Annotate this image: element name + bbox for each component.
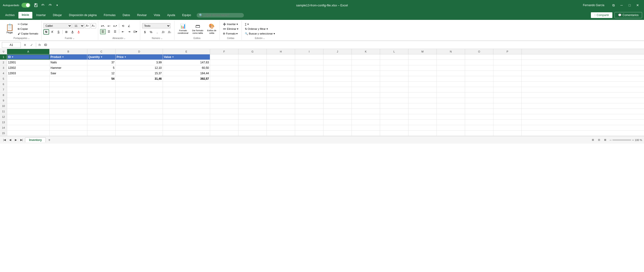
cell-j13[interactable] xyxy=(324,120,352,125)
cell-e12[interactable] xyxy=(163,114,210,119)
cell-l9[interactable] xyxy=(380,98,408,103)
cell-f4[interactable] xyxy=(210,71,238,76)
cell-h3[interactable] xyxy=(267,65,295,70)
cell-n4[interactable] xyxy=(437,71,465,76)
cell-p7[interactable] xyxy=(494,87,522,92)
cell-b9[interactable] xyxy=(50,98,87,103)
cell-e15[interactable] xyxy=(163,130,210,136)
cell-o4[interactable] xyxy=(465,71,494,76)
sheet-tab-inventory[interactable]: Inventory xyxy=(25,138,46,142)
cell-b6[interactable] xyxy=(50,82,87,87)
italic-btn[interactable]: K xyxy=(50,29,55,35)
cell-b12[interactable] xyxy=(50,114,87,119)
row-num-12[interactable]: 12 xyxy=(0,114,7,119)
tab-ayuda[interactable]: Ayuda xyxy=(164,12,178,18)
cell-o8[interactable] xyxy=(465,92,494,98)
redo-icon[interactable] xyxy=(47,2,53,8)
col-header-h[interactable]: H xyxy=(267,49,295,54)
row-num-2[interactable]: 2 xyxy=(0,60,7,65)
cell-l15[interactable] xyxy=(380,130,408,136)
cell-c2[interactable]: 37 xyxy=(87,60,116,65)
cell-j7[interactable] xyxy=(324,87,352,92)
col-header-k[interactable]: K xyxy=(352,49,380,54)
tab-dibujar[interactable]: Dibujar xyxy=(50,12,65,18)
cell-a14[interactable] xyxy=(7,125,50,130)
cell-c8[interactable] xyxy=(87,92,116,98)
normal-view-btn[interactable]: ⊞ xyxy=(590,138,596,143)
tab-inicio[interactable]: Inicio xyxy=(18,12,32,19)
cell-p3[interactable] xyxy=(494,65,522,70)
cell-h8[interactable] xyxy=(267,92,295,98)
col-header-m[interactable]: M xyxy=(408,49,437,54)
increase-font-btn[interactable]: A↑ xyxy=(85,23,90,28)
ribbon-search[interactable] xyxy=(204,14,242,17)
cell-l11[interactable] xyxy=(380,109,408,114)
cell-b7[interactable] xyxy=(50,87,87,92)
cell-o12[interactable] xyxy=(465,114,494,119)
confirm-formula-btn[interactable]: ✓ xyxy=(29,42,34,48)
cell-c10[interactable] xyxy=(87,103,116,108)
col-header-b[interactable]: B xyxy=(50,49,87,54)
cell-m4[interactable] xyxy=(408,71,437,76)
cell-a4[interactable]: 12003 xyxy=(7,71,50,76)
cell-i12[interactable] xyxy=(295,114,324,119)
cell-e3[interactable]: 60,50 xyxy=(163,65,210,70)
sheet-last-btn[interactable]: ▶| xyxy=(19,138,24,143)
cell-j6[interactable] xyxy=(324,82,352,87)
wrap-text-btn[interactable]: ⟲ xyxy=(120,23,126,29)
cell-c5[interactable]: 54 xyxy=(87,76,116,81)
customize-icon[interactable]: ▾ xyxy=(54,2,60,8)
cell-d15[interactable] xyxy=(116,130,163,136)
cell-l6[interactable] xyxy=(380,82,408,87)
cell-k2[interactable] xyxy=(352,60,380,65)
cell-d4[interactable]: 15,37 xyxy=(116,71,163,76)
cell-a11[interactable] xyxy=(7,109,50,114)
cell-b13[interactable] xyxy=(50,120,87,125)
cell-j15[interactable] xyxy=(324,130,352,136)
eliminar-celdas-btn[interactable]: ➖ Eliminar ▾ xyxy=(222,27,240,31)
cell-g6[interactable] xyxy=(238,82,267,87)
cell-h13[interactable] xyxy=(267,120,295,125)
alineacion-expand-icon[interactable]: ⌄ xyxy=(124,37,126,40)
zoom-out-btn[interactable]: ─ xyxy=(610,139,612,142)
row-num-1[interactable]: 1 xyxy=(0,54,7,60)
cell-f12[interactable] xyxy=(210,114,238,119)
cell-i8[interactable] xyxy=(295,92,324,98)
cell-e6[interactable] xyxy=(163,82,210,87)
portapapeles-expand-icon[interactable]: ⌄ xyxy=(28,37,30,40)
cell-c3[interactable]: 5 xyxy=(87,65,116,70)
copiar-formato-btn[interactable]: 🖌 Copiar formato xyxy=(16,32,40,36)
cell-i5[interactable] xyxy=(295,76,324,81)
bold-btn[interactable]: N xyxy=(44,29,49,35)
row-num-14[interactable]: 14 xyxy=(0,125,7,130)
cell-a15[interactable] xyxy=(7,130,50,136)
cell-d3[interactable]: 12,10 xyxy=(116,65,163,70)
cell-d14[interactable] xyxy=(116,125,163,130)
tab-archivo[interactable]: Archivo xyxy=(2,12,18,18)
cell-m1[interactable] xyxy=(408,54,437,60)
cell-e5[interactable]: 392,57 xyxy=(163,76,210,81)
cell-n5[interactable] xyxy=(437,76,465,81)
tab-vista[interactable]: Vista xyxy=(150,12,163,18)
tab-disposicion[interactable]: Disposición de página xyxy=(66,12,100,18)
cell-h15[interactable] xyxy=(267,130,295,136)
ordenar-filtrar-btn[interactable]: ⇅ Ordenar y filtrar ▾ xyxy=(244,27,276,31)
cell-j4[interactable] xyxy=(324,71,352,76)
cell-a10[interactable] xyxy=(7,103,50,108)
cell-o14[interactable] xyxy=(465,125,494,130)
cell-k1[interactable] xyxy=(352,54,380,60)
cell-o2[interactable] xyxy=(465,60,494,65)
cell-e4[interactable]: 184,44 xyxy=(163,71,210,76)
cell-h4[interactable] xyxy=(267,71,295,76)
align-left-btn[interactable]: ☰ xyxy=(100,29,106,34)
cell-i9[interactable] xyxy=(295,98,324,103)
cell-o6[interactable] xyxy=(465,82,494,87)
cell-j1[interactable] xyxy=(324,54,352,60)
sheet-first-btn[interactable]: |◀ xyxy=(2,138,7,143)
merge-center-btn[interactable]: ⊡▾ xyxy=(132,29,138,34)
cell-n2[interactable] xyxy=(437,60,465,65)
cell-d9[interactable] xyxy=(116,98,163,103)
col-header-i[interactable]: I xyxy=(295,49,324,54)
row-num-3[interactable]: 3 xyxy=(0,65,7,70)
cell-d12[interactable] xyxy=(116,114,163,119)
